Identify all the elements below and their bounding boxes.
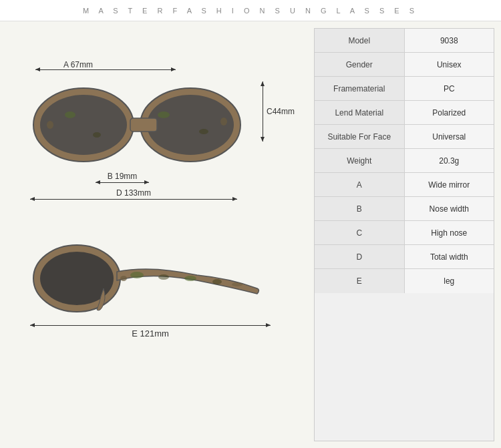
specs-value: Wide mirror — [405, 173, 494, 196]
specs-row: Suitable For FaceUniversal — [315, 125, 494, 149]
specs-row: Weight20.3g — [315, 149, 494, 173]
specs-value: High nose — [405, 221, 494, 244]
specs-rows: Model9038GenderUnisexFramematerialPCLend… — [315, 29, 494, 293]
e-measurement: E 121mm — [30, 325, 271, 337]
specs-row: Eleg — [315, 269, 494, 293]
specs-row: AWide mirror — [315, 173, 494, 197]
c-measurement-line — [263, 81, 263, 142]
specs-label: B — [315, 197, 405, 220]
specs-label: Weight — [315, 149, 405, 172]
specs-row: FramematerialPC — [315, 77, 494, 101]
page-header: M A S T E R F A S H I O N S U N G L A S … — [0, 0, 501, 21]
svg-point-7 — [158, 111, 170, 118]
specs-value: PC — [405, 77, 494, 100]
e-label: E 121mm — [132, 328, 169, 339]
d-label: D 133mm — [116, 188, 151, 198]
glasses-side-svg — [30, 235, 271, 322]
specs-row: BNose width — [315, 197, 494, 221]
svg-point-14 — [158, 274, 169, 280]
specs-label: Lend Material — [315, 101, 405, 124]
specs-label: Suitable For Face — [315, 125, 405, 148]
svg-point-3 — [147, 95, 234, 155]
specs-row: CHigh nose — [315, 221, 494, 245]
svg-point-8 — [199, 129, 208, 134]
specs-value: Unisex — [405, 53, 494, 76]
svg-point-10 — [220, 118, 227, 126]
specs-value: Universal — [405, 125, 494, 148]
specs-row: Model9038 — [315, 29, 494, 53]
specs-row: GenderUnisex — [315, 53, 494, 77]
a-measurement-line — [35, 69, 176, 70]
specs-label: Gender — [315, 53, 405, 76]
svg-point-13 — [130, 272, 144, 278]
b-label: B 19mm — [108, 172, 138, 181]
b-measurement: B 19mm — [96, 172, 149, 183]
specs-value: Nose width — [405, 197, 494, 220]
top-view-diagram: A 67mm C44mm — [17, 28, 297, 222]
svg-point-16 — [212, 279, 222, 284]
specs-row: DTotal width — [315, 245, 494, 269]
svg-point-15 — [184, 276, 196, 281]
svg-point-17 — [120, 276, 127, 281]
d-measurement: D 133mm — [30, 188, 237, 200]
specs-table: Model9038GenderUnisexFramematerialPCLend… — [314, 28, 494, 441]
specs-label: E — [315, 269, 405, 293]
brand-title: M A S T E R F A S H I O N S U N G L A S … — [83, 7, 418, 15]
diagram-area: A 67mm C44mm — [7, 28, 307, 441]
specs-row: Lend MaterialPolarized — [315, 101, 494, 125]
specs-value: 20.3g — [405, 149, 494, 172]
specs-label: Framematerial — [315, 77, 405, 100]
a-label: A 67mm — [63, 60, 93, 69]
specs-label: C — [315, 221, 405, 244]
specs-label: A — [315, 173, 405, 196]
specs-value: leg — [405, 269, 494, 293]
specs-value: 9038 — [405, 29, 494, 52]
main-content: A 67mm C44mm — [0, 21, 501, 448]
specs-value: Polarized — [405, 101, 494, 124]
side-view-diagram: E 121mm — [17, 228, 297, 362]
specs-label: Model — [315, 29, 405, 52]
specs-label: D — [315, 245, 405, 268]
specs-value: Total width — [405, 245, 494, 268]
svg-point-5 — [65, 111, 75, 118]
svg-point-9 — [47, 121, 53, 129]
glasses-top-svg — [30, 75, 257, 182]
svg-rect-4 — [130, 118, 157, 132]
c-label: C44mm — [267, 107, 295, 116]
svg-point-6 — [93, 132, 101, 138]
svg-point-18 — [232, 282, 242, 286]
